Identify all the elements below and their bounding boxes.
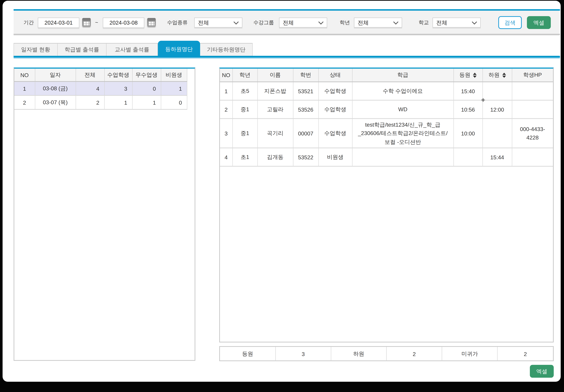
col-no: NO <box>14 69 35 82</box>
table-row[interactable]: 2 03-07 (목) 2 1 1 0 <box>14 96 187 109</box>
summary-checkin-label: 등원 <box>220 347 275 361</box>
cell-checkin <box>453 148 482 166</box>
cell-class <box>352 148 453 166</box>
cell-no: 1 <box>220 82 232 100</box>
school-value: 전체 <box>436 19 447 26</box>
cell-no: 3 <box>220 119 232 148</box>
table-row[interactable]: 2 중1 고릴라 53526 수업학생 WD 10:56 + 12:00 <box>220 100 553 119</box>
period-label: 기간 <box>24 18 34 27</box>
tab-underline-light <box>14 58 560 59</box>
cell-student-phone <box>512 100 553 119</box>
app-window: 기간 2024-03-01 ~ 2024-03-08 수업종류 전체 수강그룹 … <box>2 1 561 382</box>
checkin-header-label: 등원 <box>459 71 470 78</box>
col-grade: 학년 <box>232 69 257 82</box>
cell-status: 비원생 <box>318 148 352 166</box>
summary-not-returned-label: 미귀가 <box>442 347 497 361</box>
table-row[interactable]: 4 초1 김개동 53522 비원생 15:44 <box>220 148 553 166</box>
excel-button-bottom[interactable]: 엑셀 <box>530 365 554 378</box>
cell-name: 고릴라 <box>257 100 293 119</box>
class-type-select[interactable]: 전체 <box>194 18 242 28</box>
grade-value: 전체 <box>358 19 369 26</box>
cell-no: 4 <box>220 148 232 166</box>
cell-status: 수업학생 <box>318 82 352 100</box>
date-to-calendar-button[interactable] <box>146 18 156 27</box>
col-no: NO <box>220 69 232 82</box>
cell-student-id: 53521 <box>293 82 318 100</box>
cell-checkout <box>482 82 512 100</box>
excel-button-top[interactable]: 엑셀 <box>527 16 551 29</box>
roster-summary-table: 등원 3 하원 2 미귀가 2 <box>220 347 553 361</box>
daily-header-row: NO 일자 전체 수업학생 무수업생 비원생 <box>14 69 187 82</box>
cell-student-phone: 000-4433-4228 <box>512 119 553 148</box>
course-group-select[interactable]: 전체 <box>279 18 327 28</box>
cell-name: 곡기리 <box>257 119 293 148</box>
sort-icon <box>473 73 477 78</box>
calendar-icon <box>147 18 156 27</box>
course-group-value: 전체 <box>283 19 294 26</box>
sort-icon <box>502 73 506 78</box>
date-to-input[interactable]: 2024-03-08 <box>103 18 144 28</box>
col-date: 일자 <box>35 69 76 82</box>
checkin-time: 10:56 <box>461 106 475 112</box>
roster-table: NO 학년 이름 학번 상태 학급 등원 하원 학생HP <box>220 69 553 167</box>
col-checkin-sortable[interactable]: 등원 <box>453 69 482 82</box>
tab-teacher-attendance[interactable]: 교사별 출석률 <box>106 43 158 56</box>
table-row[interactable]: 1 03-08 (금) 4 3 0 1 <box>14 82 187 96</box>
roster-summary-bar: 등원 3 하원 2 미귀가 2 <box>219 346 554 361</box>
date-from-calendar-button[interactable] <box>82 18 91 27</box>
table-row[interactable]: 1 초5 지폰스밥 53521 수업학생 수학 수업이에요 15:40 <box>220 82 553 100</box>
cell-checkin: 15:40 <box>453 82 482 100</box>
cell-no: 2 <box>14 96 35 109</box>
col-no-class-students: 무수업생 <box>132 69 161 82</box>
cell-checkin: 10:56 + <box>453 100 482 119</box>
cell-grade: 중1 <box>232 119 257 148</box>
roster-header-row: NO 학년 이름 학번 상태 학급 등원 하원 학생HP <box>220 69 553 82</box>
plus-marker[interactable]: + <box>481 96 485 103</box>
tab-other-inout-roster[interactable]: 기타등하원명단 <box>200 43 253 56</box>
cell-class-students: 1 <box>104 96 132 109</box>
chevron-down-icon <box>234 19 239 24</box>
cell-checkout <box>482 119 512 148</box>
grade-label: 학년 <box>340 18 350 27</box>
cell-student-phone <box>512 148 553 166</box>
daily-table: NO 일자 전체 수업학생 무수업생 비원생 1 03-08 (금) 4 3 0 <box>14 69 187 110</box>
cell-class-students: 3 <box>104 82 132 96</box>
chevron-down-icon <box>393 19 398 24</box>
summary-not-returned-value: 2 <box>497 347 553 361</box>
cell-date: 03-08 (금) <box>35 82 76 96</box>
table-row[interactable]: 3 중1 곡기리 00007 수업학생 test학급/test1234/신_규_… <box>220 119 553 148</box>
tab-strip: 일자별 현황 학급별 출석률 교사별 출석률 등하원명단 기타등하원명단 <box>14 41 560 59</box>
cell-checkin: 10:00 <box>453 119 482 148</box>
calendar-icon <box>82 18 91 27</box>
cell-class: 수학 수업이에요 <box>352 82 453 100</box>
tab-daily-status[interactable]: 일자별 현황 <box>14 43 58 56</box>
cell-no: 2 <box>220 100 232 119</box>
col-student-id: 학번 <box>293 69 318 82</box>
cell-status: 수업학생 <box>318 100 352 119</box>
checkout-header-label: 하원 <box>489 71 500 78</box>
chevron-down-icon <box>472 19 477 24</box>
cell-total: 2 <box>76 96 104 109</box>
cell-non-members: 1 <box>161 82 187 96</box>
col-non-members: 비원생 <box>161 69 187 82</box>
col-checkout-sortable[interactable]: 하원 <box>482 69 512 82</box>
cell-no-class-students: 1 <box>132 96 161 109</box>
tab-class-attendance[interactable]: 학급별 출석률 <box>58 43 106 56</box>
search-button[interactable]: 검색 <box>498 16 522 29</box>
grade-select[interactable]: 전체 <box>354 18 402 28</box>
cell-non-members: 0 <box>161 96 187 109</box>
date-range-separator: ~ <box>95 18 98 27</box>
filter-bar: 기간 2024-03-01 ~ 2024-03-08 수업종류 전체 수강그룹 … <box>14 9 560 35</box>
col-status: 상태 <box>318 69 352 82</box>
tab-underline <box>14 56 560 58</box>
chevron-down-icon <box>318 19 324 24</box>
tab-inout-roster-active[interactable]: 등하원명단 <box>158 41 200 58</box>
cell-grade: 초1 <box>232 148 257 166</box>
date-from-input[interactable]: 2024-03-01 <box>38 18 79 28</box>
cell-grade: 초5 <box>232 82 257 100</box>
cell-checkout: 15:44 <box>482 148 512 166</box>
cell-no-class-students: 0 <box>132 82 161 96</box>
cell-class: WD <box>352 100 453 119</box>
cell-no: 1 <box>14 82 35 96</box>
school-select[interactable]: 전체 <box>433 18 481 28</box>
